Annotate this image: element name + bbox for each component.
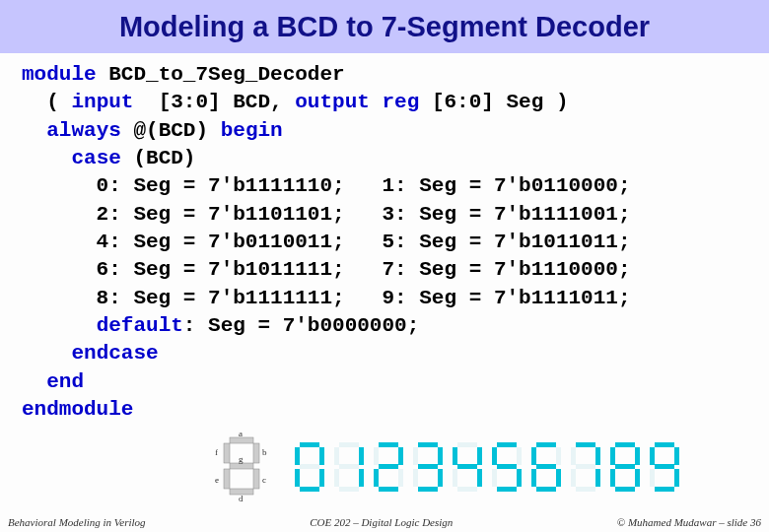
svg-rect-61 — [571, 447, 576, 465]
svg-rect-15 — [359, 447, 364, 465]
verilog-code: module BCD_to_7Seg_Decoder ( input [3:0]… — [0, 53, 769, 424]
svg-rect-48 — [497, 464, 517, 469]
digit-6 — [527, 440, 565, 494]
svg-rect-42 — [497, 442, 517, 447]
svg-rect-69 — [615, 464, 635, 469]
svg-rect-73 — [655, 487, 674, 492]
svg-rect-35 — [457, 442, 477, 447]
svg-rect-47 — [492, 447, 497, 465]
svg-rect-40 — [453, 447, 457, 465]
kw-end: end — [46, 370, 84, 393]
kw-input: input — [71, 91, 133, 113]
digit-2 — [370, 440, 407, 494]
digit-9 — [646, 440, 683, 494]
slide-footer: Behavioral Modeling in Verilog COE 202 –… — [0, 516, 769, 528]
svg-rect-46 — [492, 469, 497, 487]
seg-label-d: d — [239, 494, 244, 502]
svg-rect-30 — [438, 469, 443, 487]
svg-rect-51 — [556, 469, 561, 487]
case-6-7: 6: Seg = 7'b1011111; 7: Seg = 7'b1110000… — [22, 258, 631, 281]
svg-rect-41 — [457, 464, 477, 469]
footer-center: COE 202 – Digital Logic Design — [310, 516, 453, 528]
svg-rect-17 — [339, 487, 359, 492]
seg-label-e: e — [215, 475, 219, 485]
svg-rect-3 — [224, 443, 230, 463]
svg-rect-54 — [531, 447, 536, 465]
svg-rect-4 — [253, 443, 259, 463]
digit-8 — [606, 440, 644, 494]
svg-rect-57 — [595, 447, 600, 465]
svg-rect-32 — [413, 469, 418, 487]
t — [22, 147, 71, 169]
svg-rect-19 — [334, 447, 339, 465]
svg-rect-10 — [300, 487, 319, 492]
kw-output-reg: output reg — [295, 91, 419, 113]
svg-rect-74 — [650, 469, 655, 487]
svg-rect-24 — [379, 487, 398, 492]
svg-rect-36 — [477, 447, 482, 465]
svg-rect-31 — [418, 487, 438, 492]
seg-label-g: g — [239, 454, 244, 464]
svg-rect-29 — [438, 447, 443, 465]
svg-rect-49 — [536, 442, 556, 447]
svg-rect-28 — [418, 442, 438, 447]
svg-rect-72 — [674, 469, 679, 487]
t — [22, 119, 46, 142]
t: [3:0] BCD, — [133, 91, 295, 113]
digit-3 — [409, 440, 447, 494]
seven-segment-digits — [291, 440, 683, 494]
seg-label-b: b — [262, 447, 267, 457]
seg-label-f: f — [215, 447, 218, 457]
svg-rect-37 — [477, 469, 482, 487]
svg-rect-16 — [359, 469, 364, 487]
svg-rect-12 — [295, 447, 300, 465]
t: ( — [22, 91, 71, 113]
svg-rect-33 — [413, 447, 418, 465]
illustration-row: a b c d e f g — [212, 432, 683, 502]
svg-rect-34 — [418, 464, 438, 469]
case-0-1: 0: Seg = 7'b1111110; 1: Seg = 7'b0110000… — [22, 174, 631, 197]
svg-rect-55 — [536, 464, 556, 469]
svg-rect-43 — [517, 447, 522, 465]
digit-7 — [567, 440, 604, 494]
kw-always: always — [46, 119, 121, 142]
kw-module: module — [22, 63, 97, 86]
svg-rect-27 — [379, 464, 398, 469]
svg-rect-22 — [398, 447, 403, 465]
digit-1 — [330, 440, 368, 494]
kw-default: default — [97, 314, 183, 337]
t: @(BCD) — [121, 119, 221, 142]
svg-rect-6 — [253, 469, 259, 489]
svg-rect-18 — [334, 469, 339, 487]
digit-0 — [291, 440, 328, 494]
svg-rect-11 — [295, 469, 300, 487]
svg-rect-60 — [571, 469, 576, 487]
t: [6:0] Seg ) — [419, 91, 568, 113]
svg-rect-58 — [595, 469, 600, 487]
t — [22, 342, 71, 365]
t: : Seg = 7'b0000000; — [183, 314, 419, 337]
svg-rect-71 — [674, 447, 679, 465]
svg-rect-53 — [531, 469, 536, 487]
seg-label-c: c — [262, 475, 266, 485]
svg-rect-21 — [379, 442, 398, 447]
mod-name: BCD_to_7Seg_Decoder — [97, 63, 345, 86]
svg-rect-5 — [224, 469, 230, 489]
svg-rect-8 — [319, 447, 324, 465]
kw-case: case — [71, 147, 120, 169]
svg-rect-68 — [610, 447, 615, 465]
svg-rect-66 — [615, 487, 635, 492]
svg-rect-75 — [650, 447, 655, 465]
svg-rect-44 — [517, 469, 522, 487]
footer-left: Behavioral Modeling in Verilog — [8, 516, 146, 528]
slide-title: Modeling a BCD to 7-Segment Decoder — [0, 0, 769, 53]
svg-rect-52 — [536, 487, 556, 492]
svg-rect-23 — [398, 469, 403, 487]
svg-rect-76 — [655, 464, 674, 469]
svg-rect-7 — [300, 442, 319, 447]
svg-rect-25 — [374, 469, 379, 487]
svg-rect-56 — [576, 442, 595, 447]
svg-rect-65 — [635, 469, 640, 487]
footer-right: © Muhamed Mudawar – slide 36 — [617, 516, 761, 528]
svg-rect-20 — [339, 464, 359, 469]
